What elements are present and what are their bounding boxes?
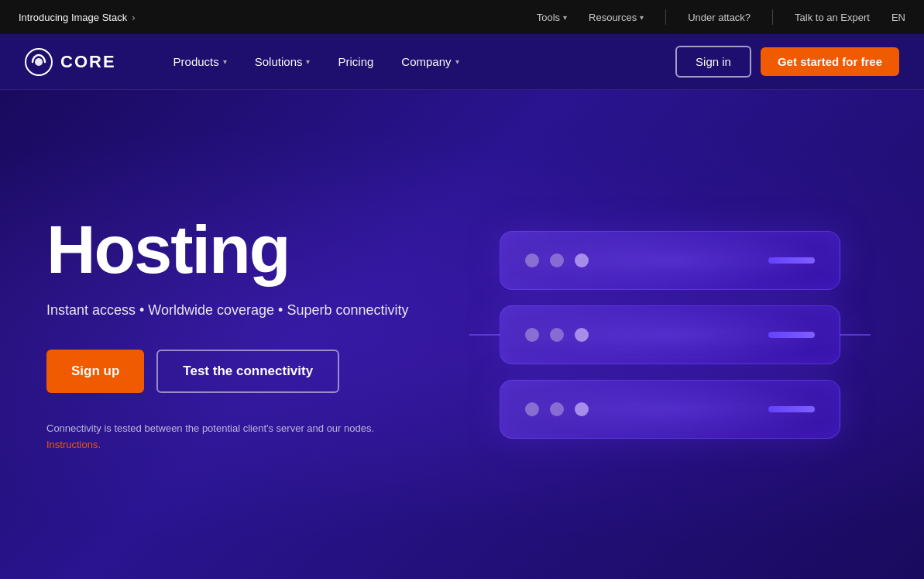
nav-divider [665, 9, 666, 25]
nav-company[interactable]: Company ▾ [390, 49, 469, 74]
nav-links: Products ▾ Solutions ▾ Pricing Company ▾ [163, 49, 676, 74]
server-dot-3-3 [575, 402, 589, 416]
connectivity-button[interactable]: Test the connectivity [156, 350, 339, 393]
announcement-text: Introducing Image Stack [19, 12, 127, 23]
server-stack [500, 231, 840, 439]
connectivity-note-text: Connectivity is tested between the poten… [46, 422, 374, 434]
hero-note: Connectivity is tested between the poten… [46, 421, 462, 453]
server-dot-2-2 [550, 328, 564, 342]
main-nav: CORE Products ▾ Solutions ▾ Pricing Comp… [0, 34, 924, 90]
server-bar-3 [768, 406, 815, 412]
server-dot-3-1 [525, 402, 539, 416]
server-dot-2-1 [525, 328, 539, 342]
resources-menu[interactable]: Resources ▾ [589, 12, 644, 23]
hero-buttons: Sign up Test the connectivity [46, 350, 462, 393]
logo[interactable]: CORE [25, 48, 116, 76]
server-card-3 [500, 380, 840, 439]
nav-solutions[interactable]: Solutions ▾ [244, 49, 321, 74]
language-selector[interactable]: EN [891, 12, 905, 23]
server-dot-2-3 [575, 328, 589, 342]
hero-title: Hosting [46, 215, 462, 284]
server-dot-1-1 [525, 253, 539, 267]
instructions-link[interactable]: Instructions. [46, 439, 101, 450]
server-bar-1 [768, 257, 815, 264]
hero-section: Hosting Instant access • Worldwide cover… [0, 90, 924, 579]
announcement-banner[interactable]: Introducing Image Stack › [19, 12, 136, 23]
nav-actions: Sign in Get started for free [675, 46, 899, 78]
server-dot-1-2 [550, 253, 564, 267]
tools-dropdown-arrow: ▾ [563, 13, 567, 22]
nav-pricing[interactable]: Pricing [327, 49, 384, 74]
talk-to-expert-link[interactable]: Talk to an Expert [795, 12, 870, 23]
logo-text: CORE [60, 52, 116, 72]
hero-subtitle: Instant access • Worldwide coverage • Su… [46, 302, 462, 319]
connector-right [840, 334, 871, 336]
server-dot-1-3 [575, 253, 589, 267]
nav-divider-2 [772, 9, 773, 25]
products-arrow: ▾ [223, 57, 227, 66]
server-dot-3-2 [550, 402, 564, 416]
tools-menu[interactable]: Tools ▾ [537, 12, 567, 23]
top-bar: Introducing Image Stack › Tools ▾ Resour… [0, 0, 924, 34]
top-bar-links: Tools ▾ Resources ▾ Under attack? Talk t… [537, 9, 905, 25]
hero-illustration [462, 231, 878, 439]
signup-button[interactable]: Sign up [46, 350, 144, 393]
resources-dropdown-arrow: ▾ [640, 13, 644, 22]
server-card-2 [500, 305, 840, 364]
hero-content: Hosting Instant access • Worldwide cover… [46, 215, 462, 453]
server-card-1 [500, 231, 840, 290]
svg-point-1 [35, 58, 43, 66]
server-bar-2 [768, 332, 815, 338]
getstarted-button[interactable]: Get started for free [761, 47, 899, 76]
under-attack-link[interactable]: Under attack? [688, 12, 751, 23]
logo-icon [25, 48, 53, 76]
connector-left [469, 334, 500, 336]
signin-button[interactable]: Sign in [675, 46, 751, 78]
announcement-arrow: › [132, 12, 135, 23]
company-arrow: ▾ [455, 57, 459, 66]
solutions-arrow: ▾ [306, 57, 310, 66]
nav-products[interactable]: Products ▾ [163, 49, 238, 74]
